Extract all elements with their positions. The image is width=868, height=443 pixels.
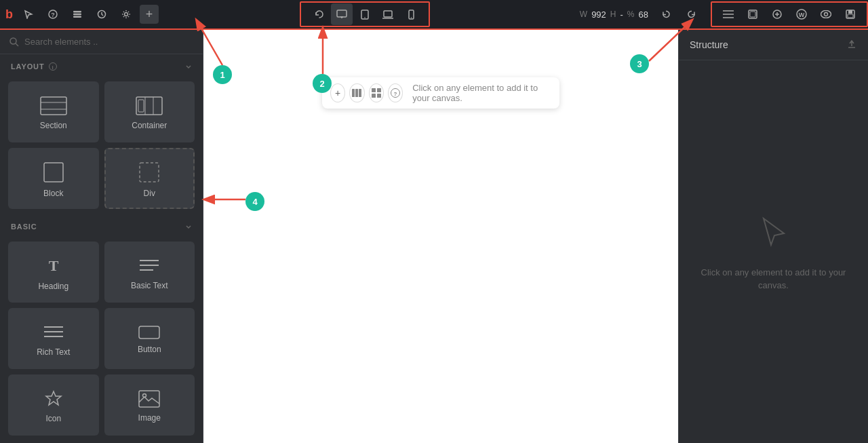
layers-btn[interactable] — [66, 3, 88, 25]
cursor-tool-btn[interactable] — [18, 3, 39, 25]
export-icon[interactable] — [846, 39, 857, 50]
rich-text-element[interactable]: Rich Text — [8, 308, 99, 369]
svg-point-11 — [125, 13, 128, 16]
basic-section-header: BASIC — [0, 214, 203, 236]
div-icon — [138, 161, 160, 183]
wordpress-btn[interactable]: W — [791, 3, 812, 25]
svg-rect-7 — [73, 11, 81, 13]
section-label: Section — [40, 121, 67, 130]
dimensions-display: W 992 H - % 68 — [572, 3, 711, 25]
layout-section-header: LAYOUT i — [0, 54, 203, 76]
svg-line-37 — [16, 43, 18, 46]
laptop-view-btn[interactable] — [377, 3, 399, 25]
svg-rect-8 — [73, 14, 81, 16]
image-icon — [138, 390, 160, 408]
basic-text-icon — [138, 256, 160, 275]
desktop-view-btn[interactable] — [331, 3, 353, 25]
svg-rect-35 — [848, 14, 853, 18]
viewport-controls — [300, 1, 430, 27]
canvas-help-btn[interactable]: ? — [388, 83, 403, 102]
layout-elements-grid: Section Container — [0, 76, 203, 214]
redo-action-btn[interactable] — [681, 3, 703, 25]
svg-point-32 — [825, 13, 828, 16]
svg-point-31 — [821, 11, 831, 18]
svg-point-59 — [143, 394, 146, 398]
canvas-area[interactable]: + ? Click on any element to add it to yo… — [203, 30, 678, 443]
empty-state-hint: Click on any element to add it to your c… — [699, 266, 848, 292]
add-element-btn[interactable]: + — [140, 5, 159, 24]
heading-element[interactable]: T Heading — [8, 242, 99, 303]
section-element[interactable]: Section — [8, 81, 99, 142]
svg-text:W: W — [799, 12, 805, 18]
help-btn[interactable]: ? — [42, 3, 64, 25]
star-icon — [44, 389, 63, 408]
heading-icon: T — [43, 256, 64, 276]
block-element[interactable]: Block — [8, 148, 99, 209]
svg-text:T: T — [48, 257, 58, 274]
svg-rect-9 — [73, 16, 81, 18]
basic-text-element[interactable]: Basic Text — [104, 242, 195, 303]
container-icon — [136, 96, 163, 115]
button-icon — [138, 326, 160, 339]
svg-rect-61 — [355, 89, 358, 97]
toolbar-left-group: b ? + — [0, 0, 164, 28]
canvas-columns-btn[interactable] — [349, 83, 364, 102]
structure-title: Structure — [690, 39, 728, 50]
save-btn[interactable] — [840, 3, 861, 25]
undo-action-btn[interactable] — [655, 3, 677, 25]
svg-rect-63 — [372, 88, 376, 92]
settings-btn[interactable] — [115, 3, 137, 25]
layout-section-title: LAYOUT i — [11, 62, 57, 71]
icon-element[interactable]: Icon — [8, 374, 99, 436]
svg-rect-46 — [138, 100, 144, 112]
basic-section: BASIC T Heading — [0, 214, 203, 441]
publish-btn[interactable] — [766, 3, 788, 25]
search-input[interactable] — [24, 37, 193, 47]
layout-section: LAYOUT i Section — [0, 54, 203, 214]
div-element[interactable]: Div — [104, 148, 195, 209]
canvas-mini-toolbar: + ? Click on any element to add it to yo… — [322, 77, 559, 109]
tablet-view-btn[interactable] — [354, 3, 376, 25]
svg-rect-47 — [44, 163, 63, 182]
rich-text-icon — [43, 323, 64, 342]
history-btn[interactable] — [91, 3, 113, 25]
svg-rect-12 — [337, 10, 347, 17]
top-toolbar: b ? + — [0, 0, 868, 30]
canvas-components-btn[interactable] — [369, 83, 384, 102]
svg-text:?: ? — [394, 91, 397, 97]
svg-rect-48 — [140, 163, 159, 182]
undo-btn[interactable] — [308, 3, 330, 25]
block-label: Block — [43, 189, 63, 198]
w-value: 992 — [591, 9, 606, 20]
preview-btn[interactable] — [815, 3, 837, 25]
container-label: Container — [132, 121, 167, 130]
components-icon — [372, 88, 381, 98]
svg-rect-34 — [848, 10, 852, 14]
image-element[interactable]: Image — [104, 374, 195, 436]
pct-label: % — [627, 9, 635, 19]
canvas-add-btn[interactable]: + — [330, 83, 345, 102]
pages-btn[interactable] — [742, 3, 764, 25]
svg-rect-66 — [377, 94, 381, 98]
w-label: W — [580, 9, 587, 19]
app-logo: b — [5, 7, 12, 22]
svg-rect-62 — [359, 89, 361, 97]
menu-btn[interactable] — [717, 3, 739, 25]
svg-rect-17 — [384, 11, 392, 17]
image-label: Image — [138, 413, 161, 423]
button-element[interactable]: Button — [104, 308, 195, 369]
svg-rect-65 — [372, 94, 376, 98]
columns-icon — [352, 89, 361, 97]
heading-label: Heading — [38, 282, 68, 291]
svg-point-16 — [365, 17, 366, 18]
layout-collapse-btn[interactable] — [185, 63, 192, 70]
canvas-help-icon: ? — [391, 88, 400, 98]
mobile-view-btn[interactable] — [400, 3, 422, 25]
canvas-plus-icon: + — [335, 88, 340, 98]
search-icon — [9, 37, 19, 47]
container-element[interactable]: Container — [104, 81, 195, 142]
basic-section-title: BASIC — [11, 223, 37, 231]
basic-collapse-btn[interactable] — [185, 223, 192, 230]
cursor-empty-icon — [753, 212, 794, 252]
right-panel: Structure Click on any element to add it… — [678, 30, 868, 443]
